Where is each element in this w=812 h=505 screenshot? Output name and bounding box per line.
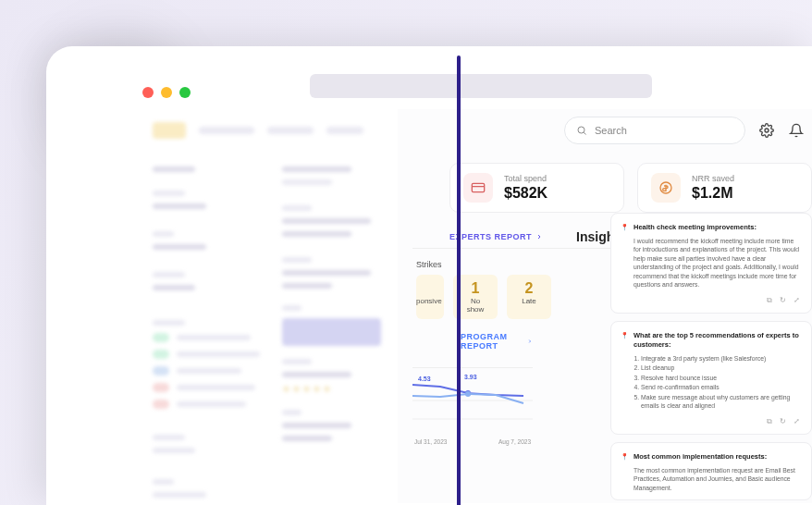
svg-rect-3 (472, 183, 484, 191)
strike-item-responsive: ponsive (416, 275, 444, 319)
insight-card: 📍 Most common implementation requests: T… (610, 442, 812, 500)
strike-item-late: 2 Late (507, 275, 551, 319)
strike-value: 2 (516, 280, 542, 297)
search-icon (576, 125, 587, 136)
chevron-right-icon (527, 338, 533, 345)
insight-card: 📍 What are the top 5 recommendations of … (610, 321, 812, 435)
refresh-icon[interactable]: ↻ (780, 295, 786, 305)
insight-title: Health check meeting improvements: (634, 223, 800, 233)
svg-point-9 (465, 391, 471, 397)
svg-point-0 (578, 127, 584, 133)
tab-experts-report[interactable]: EXPERTS REPORT (449, 232, 543, 241)
minimize-window-icon[interactable] (161, 87, 172, 98)
expand-icon[interactable]: ⤢ (794, 416, 800, 426)
line-chart: 4.53 3.93 Jul 31, 2023 Aug 7, 2023 (412, 367, 533, 441)
wireframe-pane (46, 109, 398, 503)
chevron-right-icon (535, 233, 543, 240)
link-label: PROGRAM REPORT (461, 332, 523, 351)
insight-card: 📍 Health check meeting improvements: I w… (610, 213, 812, 314)
metric-nrr-saved: NRR saved $1.2M (637, 163, 812, 213)
maximize-window-icon[interactable] (179, 87, 191, 98)
tab-program-report[interactable]: PROGRAM REPORT (461, 332, 533, 351)
metric-value: $1.2M (692, 185, 734, 202)
search-input[interactable] (564, 117, 745, 144)
insight-title: Most common implementation requests: (634, 452, 800, 462)
list-item: Integrate a 3rd party system (like Sales… (641, 354, 800, 363)
x-tick: Aug 7, 2023 (498, 438, 531, 445)
tab-label: EXPERTS REPORT (449, 232, 532, 241)
bell-icon (789, 123, 804, 138)
logo-placeholder (153, 122, 186, 139)
insight-list: Integrate a 3rd party system (like Sales… (641, 354, 800, 411)
strikes-title: Strikes (416, 260, 533, 269)
copy-icon[interactable]: ⧉ (767, 416, 772, 426)
insight-body: The most common implementation request a… (634, 466, 800, 493)
browser-chrome (46, 46, 812, 109)
gear-icon (759, 123, 774, 138)
url-bar[interactable] (310, 74, 652, 98)
list-item: Send re-confirmation emails (641, 383, 800, 392)
expand-icon[interactable]: ⤢ (794, 295, 800, 305)
search-field[interactable] (595, 125, 733, 136)
strike-label: Late (516, 297, 542, 305)
list-item: Make sure message about why customers ar… (641, 393, 800, 411)
pin-icon: 📍 (621, 452, 629, 462)
metric-label: Total spend (504, 174, 547, 183)
settings-button[interactable] (758, 122, 775, 139)
pin-icon: 📍 (621, 331, 629, 340)
list-item: List cleanup (641, 363, 800, 373)
chart-callout: 4.53 (418, 376, 431, 382)
copy-icon[interactable]: ⧉ (767, 295, 772, 305)
metric-value: $582K (504, 185, 547, 202)
metric-label: NRR saved (692, 174, 734, 183)
insight-title: What are the top 5 recommendations of ex… (634, 331, 800, 351)
comparison-divider[interactable] (457, 55, 461, 505)
insight-body: I would recommend the kickoff meeting in… (634, 237, 800, 289)
svg-point-2 (765, 129, 769, 132)
window-controls (142, 87, 191, 98)
notifications-button[interactable] (788, 122, 805, 139)
credit-card-icon (463, 173, 493, 203)
x-tick: Jul 31, 2023 (414, 438, 447, 445)
metric-total-spend: Total spend $582K (449, 163, 624, 213)
dollar-refresh-icon (651, 173, 681, 203)
pin-icon: 📍 (621, 223, 629, 232)
strikes-card: Strikes ponsive 1 No show 2 (416, 260, 533, 319)
strike-label: No show (462, 297, 488, 314)
strike-value: 1 (462, 280, 488, 297)
chart-callout: 3.93 (464, 374, 477, 380)
strike-label: ponsive (416, 297, 435, 305)
close-window-icon[interactable] (142, 87, 154, 98)
svg-line-1 (584, 132, 585, 134)
list-item: Resolve hard bounce issue (641, 374, 800, 383)
refresh-icon[interactable]: ↻ (780, 416, 786, 426)
